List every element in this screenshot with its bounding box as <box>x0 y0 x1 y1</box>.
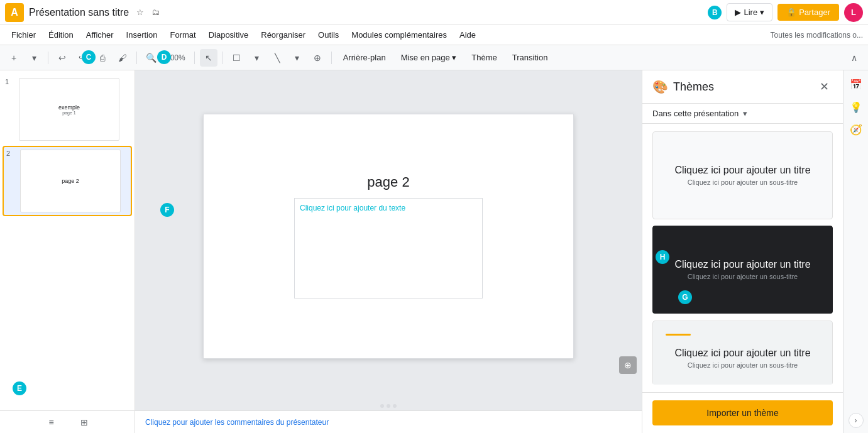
badge-a: A <box>5 3 29 22</box>
slide-item-1[interactable]: 1 exemple page 1 <box>3 75 132 143</box>
theme-preview-clair: Cliquez ici pour ajouter un titre Clique… <box>652 131 833 219</box>
themes-title: Thèmes <box>673 80 810 94</box>
theme-item-clair[interactable]: Cliquez ici pour ajouter un titre Clique… <box>652 131 833 221</box>
menu-fichier[interactable]: Fichier <box>5 28 42 42</box>
slide-main-title: page 2 <box>367 174 409 190</box>
menu-modules[interactable]: Modules complémentaires <box>345 28 453 42</box>
canvas-area: page 2 Cliquez ici pour ajouter du texte… <box>135 70 642 433</box>
calendar-icon[interactable]: 📅 <box>847 75 865 93</box>
menu-outils[interactable]: Outils <box>312 28 345 42</box>
presenter-notes-text[interactable]: Cliquez pour ajouter les commentaires du… <box>145 418 329 427</box>
themes-header: 🎨 Thèmes ✕ <box>642 70 843 104</box>
shape-chevron[interactable]: ▾ <box>248 49 266 67</box>
menu-insertion[interactable]: Insertion <box>120 28 164 42</box>
star-icon[interactable]: ☆ <box>134 6 146 19</box>
themes-filter[interactable]: Dans cette présentation ▾ <box>642 104 843 124</box>
autosave-status: Toutes les modifications o... <box>771 31 863 40</box>
presenter-notes[interactable]: Cliquez pour ajouter les commentaires du… <box>135 410 642 433</box>
badge-d: D <box>157 50 171 64</box>
main-layout: 1 exemple page 1 2 page 2 E ≡ ⊞ page 2 C… <box>0 70 868 433</box>
divider-5 <box>331 52 332 64</box>
right-sidebar: 📅 💡 🧭 › <box>843 70 868 433</box>
tab-mise-en-page[interactable]: Mise en page ▾ <box>395 50 463 65</box>
themes-close-button[interactable]: ✕ <box>815 78 833 96</box>
cursor-tool[interactable]: ↖ <box>200 49 217 67</box>
slide-title-2: page 2 <box>62 178 79 184</box>
tab-transition[interactable]: Transition <box>506 50 554 65</box>
slides-bottom-toolbar: ≡ ⊞ <box>0 410 135 433</box>
avatar[interactable]: L <box>844 3 863 22</box>
slide-number-1: 1 <box>5 78 15 85</box>
lock-icon: 🔒 <box>786 8 796 17</box>
add-button[interactable]: + <box>5 49 23 67</box>
import-theme-button[interactable]: Importer un thème <box>652 400 833 425</box>
theme-gray-line <box>666 334 691 336</box>
divider-2 <box>136 52 137 64</box>
share-button[interactable]: 🔒 Partager <box>777 4 839 21</box>
slide-canvas[interactable]: page 2 Cliquez ici pour ajouter du texte… <box>135 70 642 402</box>
menu-diapositive[interactable]: Diapositive <box>202 28 255 42</box>
line-chevron[interactable]: ▾ <box>288 49 306 67</box>
badge-b: B <box>708 6 722 19</box>
menu-edition[interactable]: Édition <box>42 28 80 42</box>
slide-text-box[interactable]: Cliquez ici pour ajouter du texte <box>294 198 483 299</box>
themes-footer: Importer un thème <box>642 392 843 433</box>
slide-number-2: 2 <box>6 150 16 157</box>
add-image-overlay-button[interactable]: ⊕ <box>619 356 637 374</box>
shape-tool[interactable]: ☐ <box>228 49 246 67</box>
tab-theme[interactable]: Thème <box>465 50 503 65</box>
compass-icon[interactable]: 🧭 <box>847 121 865 138</box>
divider-1 <box>48 52 48 64</box>
themes-filter-label: Dans cette présentation <box>652 109 743 118</box>
dot-3 <box>393 404 397 408</box>
theme-clair-subtitle: Cliquez ici pour ajouter un sous-titre <box>688 178 798 186</box>
read-button[interactable]: ▶ Lire ▾ <box>727 3 772 21</box>
menu-afficher[interactable]: Afficher <box>80 28 120 42</box>
slide-list-view[interactable]: ≡ <box>43 414 60 431</box>
expand-button[interactable]: › <box>849 413 864 428</box>
play-icon: ▶ <box>735 8 741 17</box>
theme-sombre-title: Cliquez ici pour ajouter un titre <box>674 259 810 270</box>
slide-thumb-1: exemple page 1 <box>19 78 119 141</box>
slide-text-placeholder: Cliquez ici pour ajouter du texte <box>300 204 405 212</box>
tab-arriere-plan[interactable]: Arrière-plan <box>337 50 392 65</box>
title-actions: ☆ 🗂 <box>134 6 162 19</box>
themes-panel: 🎨 Thèmes ✕ Dans cette présentation ▾ Cli… <box>642 70 843 433</box>
themes-content: Cliquez ici pour ajouter un titre Clique… <box>642 124 843 392</box>
dot-1 <box>380 404 384 408</box>
title-right: B ▶ Lire ▾ 🔒 Partager L <box>708 3 863 22</box>
theme-preview-gray: Cliquez ici pour ajouter un titre Clique… <box>652 321 833 385</box>
theme-sombre-subtitle: Cliquez ici pour ajouter un sous-titre <box>688 273 798 280</box>
lightbulb-icon[interactable]: 💡 <box>847 98 865 116</box>
add-image-button[interactable]: ⊕ <box>309 49 326 67</box>
theme-item-gray[interactable]: Cliquez ici pour ajouter un titre Clique… <box>652 321 833 385</box>
theme-gray-title: Cliquez ici pour ajouter un titre <box>674 348 810 359</box>
slide-item-2[interactable]: 2 page 2 <box>3 146 132 216</box>
badge-g: G <box>678 290 692 304</box>
app-icon: A <box>5 3 24 22</box>
title-bar: A Présentation sans titre ☆ 🗂 B ▶ Lire ▾… <box>0 0 868 25</box>
theme-gray-subtitle: Cliquez ici pour ajouter un sous-titre <box>688 361 798 369</box>
toolbar: + ▾ ↩ ↪ ⎙ 🖌 🔍 100% ↖ ☐ ▾ ╲ ▾ ⊕ Arrière-p… <box>0 45 868 70</box>
print-button[interactable]: ⎙ <box>94 49 111 67</box>
undo-button[interactable]: ↩ <box>53 49 71 67</box>
slides-panel: 1 exemple page 1 2 page 2 E ≡ ⊞ <box>0 70 135 433</box>
badge-b-circle: B <box>708 6 722 19</box>
menu-format[interactable]: Format <box>163 28 202 42</box>
menu-bar: Fichier Édition Afficher Insertion Forma… <box>0 25 868 45</box>
canvas-scroll-dots <box>135 402 642 410</box>
badge-h: H <box>656 250 669 264</box>
menu-reorganiser[interactable]: Réorganiser <box>255 28 312 42</box>
collapse-button[interactable]: ∧ <box>845 49 863 67</box>
slide-page: page 2 Cliquez ici pour ajouter du texte <box>203 114 574 359</box>
folder-icon[interactable]: 🗂 <box>149 6 162 19</box>
slide-title-1: exemple <box>58 104 80 111</box>
line-tool[interactable]: ╲ <box>268 49 286 67</box>
format-paint-button[interactable]: 🖌 <box>114 49 131 67</box>
themes-palette-icon: 🎨 <box>652 79 668 94</box>
menu-aide[interactable]: Aide <box>453 28 482 42</box>
slide-grid-view[interactable]: ⊞ <box>75 414 93 431</box>
add-chevron[interactable]: ▾ <box>25 49 43 67</box>
divider-3 <box>194 52 195 64</box>
slide-sub-1: page 1 <box>62 111 75 115</box>
